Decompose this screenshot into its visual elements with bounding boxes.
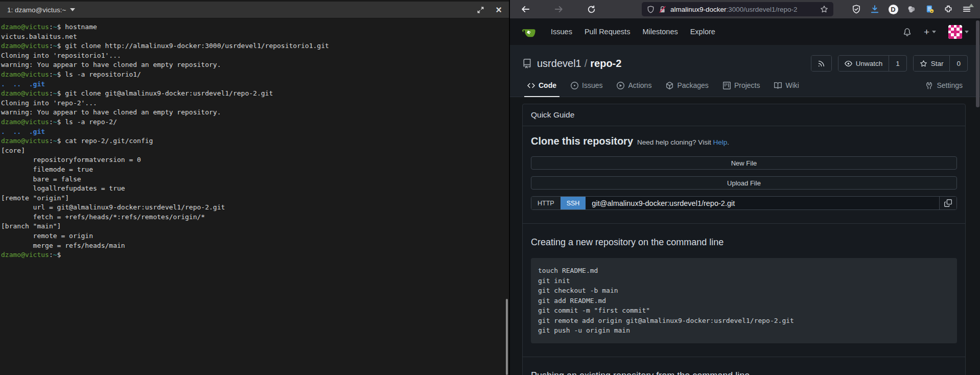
menu-icon[interactable] xyxy=(961,3,973,15)
clone-help-text: Need help cloning? Visit Help. xyxy=(637,138,729,146)
terminal-line: dzamo@victus:~$ git clone http://almalin… xyxy=(1,41,508,51)
plus-icon: + xyxy=(924,27,929,37)
terminal-line: [core] xyxy=(1,146,508,156)
watch-button-group: Unwatch 1 xyxy=(838,55,907,72)
terminal-line: dzamo@victus:~$ hostname xyxy=(1,22,508,32)
rss-button[interactable] xyxy=(811,55,832,72)
stars-count[interactable]: 0 xyxy=(949,56,967,71)
chevron-down-icon[interactable] xyxy=(70,8,75,11)
terminal-line: Cloning into 'repo-2'... xyxy=(1,99,508,108)
issue-icon xyxy=(571,82,578,89)
download-icon[interactable] xyxy=(869,3,881,15)
tab-code[interactable]: Code xyxy=(520,74,564,97)
close-window-icon[interactable]: × xyxy=(496,5,502,15)
bell-icon xyxy=(903,28,912,36)
terminal-output[interactable]: dzamo@victus:~$ hostnamevictus.balaitus.… xyxy=(0,18,509,260)
terminal-line: victus.balaitus.net xyxy=(1,32,508,42)
repo-tabs: Code Issues Actions Packages xyxy=(510,74,980,97)
tools-icon xyxy=(925,82,933,89)
tab-settings-label: Settings xyxy=(937,81,963,89)
translate-page-icon[interactable] xyxy=(924,3,936,15)
nav-item-milestones[interactable]: Milestones xyxy=(636,24,684,40)
project-board-icon xyxy=(723,82,731,89)
terminal-line: dzamo@victus:~$ ls -a repositorio1/ xyxy=(1,70,508,80)
reload-icon[interactable] xyxy=(584,2,599,17)
tab-projects-label: Projects xyxy=(734,81,760,89)
containers-icon[interactable] xyxy=(905,3,918,15)
browser-toolbar: almalinux9-docker:3000/usrdevel1/repo-2 … xyxy=(510,0,980,18)
repo-owner-link[interactable]: usrdevel1 xyxy=(537,58,581,69)
create-new-control[interactable]: + xyxy=(924,27,936,37)
tab-wiki[interactable]: Wiki xyxy=(767,74,806,97)
unwatch-button[interactable]: Unwatch xyxy=(838,56,889,71)
url-path: :3000/usrdevel1/repo-2 xyxy=(727,6,798,13)
gitea-logo-icon[interactable] xyxy=(521,24,536,39)
terminal-line: warning: You appear to have cloned an em… xyxy=(1,60,508,70)
terminal-line: dzamo@victus:~$ git clone git@almalinux9… xyxy=(1,89,508,99)
shield-icon[interactable] xyxy=(647,6,655,13)
watchers-count[interactable]: 1 xyxy=(889,56,906,71)
repo-header-band: usrdevel1/repo-2 xyxy=(510,45,980,97)
restore-window-icon[interactable] xyxy=(477,6,484,14)
back-icon[interactable] xyxy=(518,2,533,17)
shield-check-icon[interactable] xyxy=(850,3,862,15)
screen: 1: dzamo@victus:~ × dzamo@victus:~$ host… xyxy=(0,0,980,375)
tab-issues-label: Issues xyxy=(582,81,602,89)
new-file-button[interactable]: New File xyxy=(531,156,957,170)
push-existing-section: Pushing an existing repository from the … xyxy=(523,357,965,375)
nav-item-pull-requests[interactable]: Pull Requests xyxy=(578,24,636,40)
browser-scrollbar[interactable] xyxy=(976,20,979,107)
ssh-protocol-button[interactable]: SSH xyxy=(561,197,586,209)
update-badge-icon xyxy=(969,4,974,7)
terminal-line: [branch "main"] xyxy=(1,222,508,231)
avatar xyxy=(948,25,962,39)
quick-guide-title: Quick Guide xyxy=(523,104,965,126)
nav-item-explore[interactable]: Explore xyxy=(684,24,721,40)
user-menu-control[interactable] xyxy=(948,25,969,39)
extensions-puzzle-icon[interactable] xyxy=(942,3,954,15)
repo-separator: / xyxy=(581,58,591,69)
terminal-line: repositoryformatversion = 0 xyxy=(1,155,508,165)
terminal-line: bare = false xyxy=(1,175,508,184)
clone-url-bar: HTTP SSH xyxy=(531,196,957,210)
terminal-line: Cloning into 'repositorio1'... xyxy=(1,51,508,61)
tab-issues[interactable]: Issues xyxy=(564,74,610,97)
terminal-titlebar[interactable]: 1: dzamo@victus:~ × xyxy=(0,0,509,18)
terminal-line: . .. .git xyxy=(1,127,508,137)
terminal-line: dzamo@victus:~$ cat repo-2/.git/config xyxy=(1,136,508,146)
bookmark-star-icon[interactable] xyxy=(820,5,828,13)
chevron-down-icon xyxy=(932,31,936,33)
tab-settings[interactable]: Settings xyxy=(918,74,970,97)
terminal-line: fetch = +refs/heads/*:refs/remotes/origi… xyxy=(1,213,508,222)
terminal-window: 1: dzamo@victus:~ × dzamo@victus:~$ host… xyxy=(0,0,509,375)
browser-window: almalinux9-docker:3000/usrdevel1/repo-2 … xyxy=(509,0,980,375)
forward-icon[interactable] xyxy=(551,2,566,17)
notifications-control[interactable] xyxy=(903,28,912,36)
terminal-line: filemode = true xyxy=(1,165,508,175)
copy-url-button[interactable] xyxy=(939,197,956,209)
tab-projects[interactable]: Projects xyxy=(716,74,767,97)
play-circle-icon xyxy=(617,82,624,89)
clone-section: Clone this repository Need help cloning?… xyxy=(523,126,965,224)
book-icon xyxy=(774,82,782,89)
star-button-group: Star 0 xyxy=(913,55,968,72)
insecure-lock-icon[interactable] xyxy=(659,6,666,13)
tab-packages[interactable]: Packages xyxy=(659,74,715,97)
terminal-line: merge = refs/heads/main xyxy=(1,241,508,251)
quick-guide-panel: Quick Guide Clone this repository Need h… xyxy=(522,104,966,375)
url-bar[interactable]: almalinux9-docker:3000/usrdevel1/repo-2 xyxy=(642,2,833,16)
repo-content: Quick Guide Clone this repository Need h… xyxy=(510,97,980,375)
terminal-scrollbar[interactable] xyxy=(506,299,508,375)
http-protocol-button[interactable]: HTTP xyxy=(531,197,561,209)
tab-actions[interactable]: Actions xyxy=(610,74,659,97)
repo-name-link[interactable]: repo-2 xyxy=(590,58,621,69)
star-button[interactable]: Star xyxy=(914,56,950,71)
duckduckgo-icon[interactable]: D xyxy=(887,3,899,15)
upload-file-button[interactable]: Upload File xyxy=(531,176,957,190)
rss-icon xyxy=(818,60,825,67)
repo-icon xyxy=(522,59,532,68)
nav-item-issues[interactable]: Issues xyxy=(545,24,578,40)
clone-url-input[interactable] xyxy=(586,197,939,209)
terminal-title-text: 1: dzamo@victus:~ xyxy=(7,6,66,14)
help-link[interactable]: Help xyxy=(713,138,727,146)
